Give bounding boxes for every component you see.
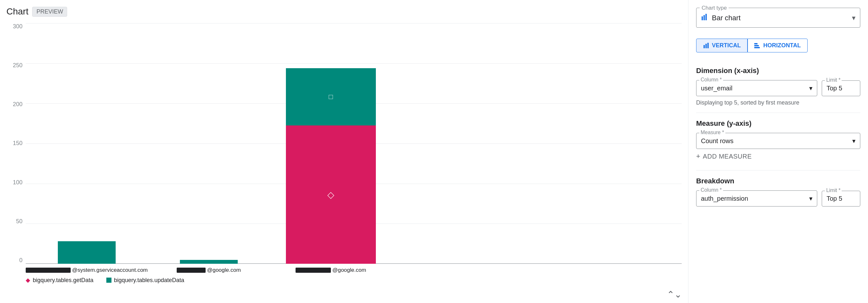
measure-chevron: ▾ — [852, 137, 856, 145]
y-axis-label-200: 200 — [13, 101, 23, 108]
svg-rect-7 — [754, 45, 759, 46]
dimension-title: Dimension (x-axis) — [696, 66, 860, 75]
add-measure-button[interactable]: + ADD MEASURE — [696, 149, 860, 164]
breakdown-title: Breakdown — [696, 177, 860, 185]
measure-form-row: Measure * Count rows ▾ — [696, 133, 860, 149]
x-label-suffix-3: @google.com — [332, 267, 366, 273]
chart-type-section: Chart type Bar chart ▾ — [696, 8, 860, 28]
breakdown-column-value: auth_permission — [701, 195, 748, 202]
breakdown-column-chevron: ▾ — [809, 195, 812, 202]
dimension-column-label: Column * — [699, 77, 723, 83]
x-label-redacted-1 — [26, 268, 71, 273]
breakdown-column-label: Column * — [699, 187, 723, 193]
svg-rect-0 — [702, 17, 703, 20]
vertical-icon — [703, 43, 709, 49]
x-label-redacted-2 — [177, 268, 206, 273]
chart-type-select[interactable]: Bar chart ▾ — [701, 13, 856, 23]
x-label-suffix-1: @system.gserviceaccount.com — [72, 267, 148, 273]
svg-rect-1 — [704, 15, 705, 20]
preview-badge: PREVIEW — [32, 7, 67, 17]
bars-area: ◇ □ — [26, 23, 682, 264]
breakdown-column-field: Column * auth_permission ▾ — [696, 190, 817, 206]
y-axis: 300 250 200 150 100 50 0 — [6, 23, 26, 273]
x-label-3: @google.com — [283, 267, 379, 273]
chart-type-text: Bar chart — [712, 14, 741, 22]
svg-rect-8 — [754, 47, 760, 48]
dimension-limit-field: Limit * Top 5 — [822, 80, 860, 96]
horizontal-icon — [754, 43, 761, 49]
dimension-limit-value: Top 5 — [827, 85, 842, 92]
diamond-icon: ◇ — [327, 189, 334, 200]
dimension-form-row: Column * user_email ▾ Limit * Top 5 — [696, 80, 860, 96]
breakdown-limit-label: Limit * — [825, 188, 842, 193]
x-label-suffix-2: @google.com — [207, 267, 241, 273]
breakdown-limit-field: Limit * Top 5 — [822, 191, 860, 206]
y-axis-label-250: 250 — [13, 62, 23, 69]
right-panel: Chart type Bar chart ▾ — [688, 0, 868, 303]
bar-group-2 — [161, 260, 257, 264]
x-label-2: @google.com — [161, 267, 257, 273]
measure-value: Count rows — [701, 137, 734, 145]
svg-rect-2 — [706, 14, 707, 20]
x-axis-labels: @system.gserviceaccount.com @google.com … — [26, 264, 682, 273]
bar-chart-icon — [701, 13, 709, 23]
y-axis-label-100: 100 — [13, 179, 23, 186]
bar-stack-1 — [58, 241, 116, 264]
legend-label-2: bigquery.tables.updateData — [114, 277, 184, 284]
x-label-1: @system.gserviceaccount.com — [38, 267, 135, 273]
chart-plot: ◇ □ @system.gserviceaccount.com — [26, 23, 682, 273]
chart-legend: ◆ bigquery.tables.getData bigquery.table… — [6, 277, 682, 284]
y-axis-label-300: 300 — [13, 23, 23, 30]
horizontal-orientation-button[interactable]: HORIZONTAL — [747, 38, 808, 52]
legend-item-2: bigquery.tables.updateData — [106, 277, 184, 284]
y-axis-label-150: 150 — [13, 140, 23, 147]
dimension-column-chevron: ▾ — [809, 84, 812, 92]
y-axis-label-50: 50 — [16, 218, 23, 225]
vertical-label: VERTICAL — [712, 42, 741, 49]
legend-label-1: bigquery.tables.getData — [33, 277, 93, 284]
svg-rect-5 — [707, 43, 709, 48]
chart-container: 300 250 200 150 100 50 0 — [6, 23, 682, 273]
horizontal-label: HORIZONTAL — [763, 42, 801, 49]
bar-stack-2 — [180, 260, 238, 264]
legend-square-icon — [106, 278, 112, 283]
bar-segment-teal-2 — [180, 260, 238, 264]
chart-type-label: Chart type — [700, 5, 728, 11]
dimension-column-field: Column * user_email ▾ — [696, 80, 817, 96]
bar-segment-teal-1 — [58, 241, 116, 264]
orientation-buttons: VERTICAL HORIZONTAL — [696, 38, 860, 52]
breakdown-section: Breakdown Column * auth_permission ▾ Lim… — [696, 170, 860, 213]
bar-group-1 — [38, 241, 135, 264]
measure-field: Measure * Count rows ▾ — [696, 133, 860, 149]
measure-title: Measure (y-axis) — [696, 119, 860, 128]
plus-icon: + — [696, 152, 700, 161]
dimension-column-value: user_email — [701, 85, 733, 92]
collapse-arrows[interactable]: ⌃⌄ — [667, 289, 682, 300]
svg-rect-6 — [754, 43, 757, 45]
bar-segment-pink: ◇ — [286, 126, 376, 264]
breakdown-limit-value: Top 5 — [827, 195, 842, 202]
bar-group-3: ◇ □ — [283, 68, 379, 264]
chart-area: Chart PREVIEW 300 250 200 150 100 50 0 — [0, 0, 688, 303]
legend-diamond-icon: ◆ — [26, 277, 30, 284]
chart-type-chevron: ▾ — [852, 14, 856, 22]
dimension-info-text: Displaying top 5, sorted by first measur… — [696, 100, 860, 106]
dimension-section: Dimension (x-axis) Column * user_email ▾… — [696, 60, 860, 113]
chart-title: Chart — [6, 6, 28, 17]
x-label-redacted-3 — [296, 268, 331, 273]
measure-section: Measure (y-axis) Measure * Count rows ▾ … — [696, 113, 860, 170]
vertical-orientation-button[interactable]: VERTICAL — [696, 38, 747, 52]
square-icon: □ — [329, 93, 333, 101]
legend-item-1: ◆ bigquery.tables.getData — [26, 277, 93, 284]
bar-stack-3: ◇ □ — [286, 68, 376, 264]
chart-type-value: Bar chart — [701, 13, 741, 23]
breakdown-form-row: Column * auth_permission ▾ Limit * Top 5 — [696, 190, 860, 206]
y-axis-label-0: 0 — [19, 257, 23, 264]
bar-segment-teal-3: □ — [286, 68, 376, 126]
add-measure-label: ADD MEASURE — [703, 153, 752, 160]
svg-rect-4 — [706, 44, 707, 48]
svg-rect-3 — [704, 45, 705, 48]
chart-header: Chart PREVIEW — [6, 6, 682, 17]
measure-label: Measure * — [699, 130, 725, 135]
dimension-limit-label: Limit * — [825, 77, 842, 83]
